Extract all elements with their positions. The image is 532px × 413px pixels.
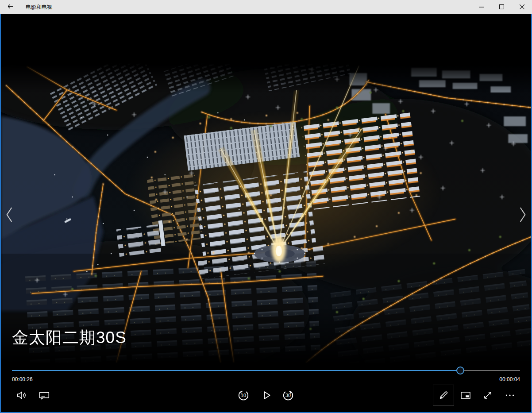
edit-button[interactable]: [433, 385, 454, 406]
video-stage[interactable]: 金太阳二期30S 00:00:26 00:00:04: [0, 14, 532, 413]
more-options-button[interactable]: [499, 385, 520, 406]
titlebar: 电影和电视: [0, 0, 532, 14]
arrow-left-icon: [7, 3, 14, 12]
skip-back-button[interactable]: 10: [233, 385, 254, 406]
volume-button[interactable]: [11, 385, 32, 406]
app-window: 电影和电视: [0, 0, 532, 413]
svg-text:30: 30: [285, 393, 291, 398]
fullscreen-icon: [482, 390, 493, 401]
pen-icon: [438, 390, 449, 401]
play-button[interactable]: [256, 385, 277, 406]
skip-forward-30-icon: 30: [281, 389, 295, 402]
next-button[interactable]: [515, 205, 530, 226]
remaining-time: 00:00:04: [499, 376, 520, 382]
mini-player-button[interactable]: [455, 385, 476, 406]
skip-forward-button[interactable]: 30: [278, 385, 299, 406]
svg-text:10: 10: [241, 393, 246, 398]
fullscreen-button[interactable]: [477, 385, 498, 406]
window-controls: [471, 0, 532, 14]
minimize-icon: [479, 4, 484, 11]
previous-chevron-icon: [4, 218, 14, 224]
video-frame: [1, 63, 531, 363]
skip-back-10-icon: 10: [237, 389, 250, 402]
video-title-overlay: 金太阳二期30S: [12, 327, 127, 349]
back-button[interactable]: [0, 0, 20, 14]
elapsed-time: 00:00:26: [12, 376, 33, 382]
more-icon: [504, 390, 516, 401]
close-icon: [520, 4, 524, 11]
mini-player-icon: [460, 390, 471, 401]
captions-icon: [39, 390, 50, 401]
app-title: 电影和电视: [26, 4, 52, 11]
seek-track[interactable]: [12, 370, 520, 371]
previous-button[interactable]: [2, 205, 17, 226]
volume-icon: [16, 390, 27, 401]
seekbar: [1, 366, 531, 375]
maximize-icon: [499, 4, 504, 11]
maximize-button[interactable]: [491, 0, 512, 14]
captions-button[interactable]: [34, 385, 55, 406]
seek-progress: [12, 370, 460, 371]
seek-thumb[interactable]: [456, 367, 464, 374]
play-icon: [260, 389, 273, 401]
close-button[interactable]: [512, 0, 532, 14]
minimize-button[interactable]: [471, 0, 491, 14]
next-chevron-icon: [518, 218, 528, 224]
